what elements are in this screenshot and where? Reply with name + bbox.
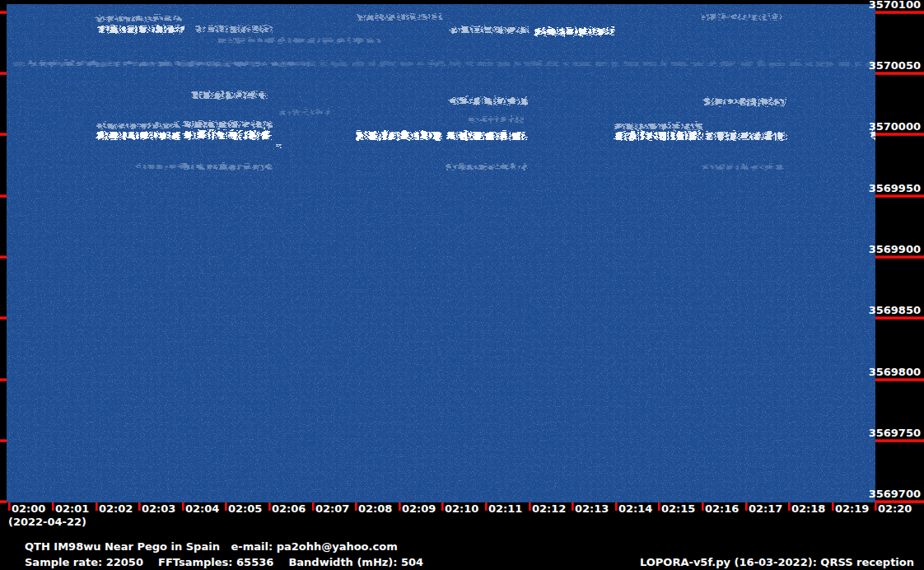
freq-tick-left (0, 500, 7, 503)
freq-tick-right (875, 11, 924, 14)
time-tick (355, 502, 357, 511)
time-tick (441, 502, 444, 511)
time-tick (485, 502, 488, 511)
freq-tick-left (0, 133, 7, 136)
freq-tick-left (0, 316, 7, 320)
freq-label: 3570000 (869, 121, 921, 133)
noise-texture-dark (7, 4, 875, 502)
freq-tick-right (875, 316, 924, 320)
freq-label: 3569800 (869, 367, 921, 378)
time-tick (875, 502, 877, 511)
freq-label: 3570050 (869, 60, 921, 72)
freq-tick-right (875, 439, 924, 442)
time-tick (52, 502, 54, 511)
time-label: 02:02 (99, 503, 133, 515)
time-tick (225, 502, 227, 511)
time-tick (268, 502, 271, 511)
freq-tick-right (875, 194, 924, 198)
time-label: 02:04 (185, 503, 219, 515)
time-tick (312, 502, 315, 511)
time-label: 02:20 (878, 503, 912, 515)
time-tick (572, 502, 574, 511)
time-tick (138, 502, 141, 511)
time-tick (832, 502, 834, 511)
lopora-grabber-window: { "colors": { "background": "#000000", "… (0, 0, 924, 570)
time-tick (96, 502, 98, 511)
freq-label: 3569700 (869, 488, 921, 500)
time-label: 02:13 (575, 503, 609, 515)
time-label: 02:03 (142, 503, 175, 515)
time-label: 02:09 (402, 503, 436, 515)
time-tick (615, 502, 618, 511)
time-label: 02:01 (55, 503, 89, 515)
time-label: 02:17 (749, 503, 782, 515)
freq-label: 3569950 (869, 183, 921, 194)
time-label: 02:11 (488, 503, 522, 515)
freq-label: 3569750 (869, 428, 921, 439)
time-tick (702, 502, 704, 511)
time-tick (399, 502, 401, 511)
freq-tick-right (875, 378, 924, 381)
freq-tick-right (875, 72, 924, 75)
freq-tick-right (875, 133, 924, 136)
software-version-label: LOPORA-v5f.py (16-03-2022): QRSS recepti… (640, 556, 914, 568)
time-label: 02:16 (705, 503, 739, 515)
time-label: 02:19 (835, 503, 869, 515)
freq-tick-left (0, 194, 7, 198)
freq-tick-left (0, 439, 7, 442)
freq-label: 3569900 (869, 244, 921, 255)
freq-tick-right (875, 255, 924, 259)
time-tick (8, 502, 11, 511)
time-tick (788, 502, 791, 511)
time-label: 02:08 (358, 503, 392, 515)
freq-tick-left (0, 378, 7, 381)
date-label: (2022-04-22) (8, 516, 86, 528)
time-tick (658, 502, 660, 511)
time-tick (745, 502, 748, 511)
sample-settings-line: Sample rate: 22050 FFTsamples: 65536 Ban… (25, 556, 423, 568)
time-label: 02:07 (315, 503, 349, 515)
spectrogram-canvas (7, 4, 875, 502)
time-label: 02:15 (661, 503, 695, 515)
time-label: 02:06 (272, 503, 306, 515)
time-tick (529, 502, 531, 511)
freq-label: 3570100 (869, 0, 921, 11)
station-info-line: QTH IM98wu Near Pego in Spain e-mail: pa… (25, 540, 398, 553)
time-tick (182, 502, 184, 511)
freq-tick-left (0, 255, 7, 259)
time-label: 02:18 (791, 503, 825, 515)
time-label: 02:10 (445, 503, 478, 515)
freq-tick-left (0, 11, 7, 14)
freq-tick-left (0, 72, 7, 75)
time-label: 02:05 (228, 503, 262, 515)
time-label: 02:14 (618, 503, 652, 515)
freq-label: 3569850 (869, 305, 921, 316)
time-label: 02:12 (532, 503, 566, 515)
time-label: 02:00 (12, 503, 45, 515)
spectrogram-plot (7, 4, 875, 502)
